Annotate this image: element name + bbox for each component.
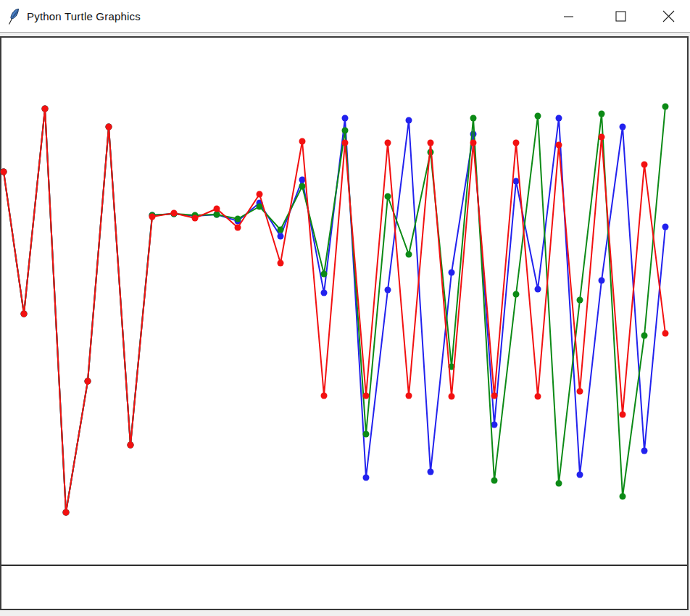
window-title: Python Turtle Graphics xyxy=(27,10,141,22)
close-icon xyxy=(662,10,675,22)
titlebar[interactable]: Python Turtle Graphics xyxy=(0,0,690,33)
minimize-icon xyxy=(563,11,574,22)
maximize-button[interactable] xyxy=(599,0,642,32)
minimize-button[interactable] xyxy=(546,0,590,32)
turtle-canvas xyxy=(0,36,689,610)
python-feather-icon xyxy=(7,7,21,26)
close-button[interactable] xyxy=(647,0,690,32)
window-controls xyxy=(523,0,690,32)
maximize-icon xyxy=(615,11,626,22)
turtle-graphics-window: { "window": { "title": "Python Turtle Gr… xyxy=(0,0,690,616)
